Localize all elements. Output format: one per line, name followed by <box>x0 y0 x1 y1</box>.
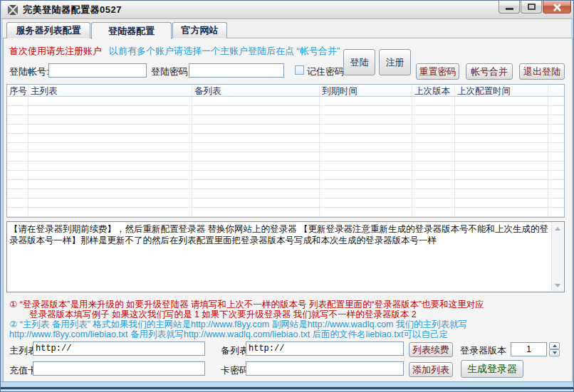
list-body <box>7 97 564 217</box>
table-row[interactable] <box>7 152 564 161</box>
table-row[interactable] <box>7 198 564 208</box>
table-row[interactable] <box>7 125 564 134</box>
top-notice: 首次使用请先注册账户以前有多个账户请选择一个主账户登陆后在点 “帐号合并” <box>9 45 340 58</box>
table-cell <box>455 115 548 124</box>
table-row[interactable] <box>7 143 564 152</box>
table-cell <box>455 171 548 179</box>
table-cell <box>548 189 564 198</box>
launcher-list-table[interactable]: 序号主列表备列表到期时间上次版本上次配置时间 <box>6 84 565 218</box>
arrow-down-icon <box>555 284 560 287</box>
tip-version-line2: 登录器版本填写例子 如果这次我们写的是 1 如果下次要升级登录器 我们就写不一样… <box>29 309 417 319</box>
remember-password-checkbox[interactable] <box>295 65 304 75</box>
tip-version-line1: ① “登录器版本”是用来升级的 如要升级登陆器 请填写和上次不一样的版本号 列表… <box>9 300 484 309</box>
column-header[interactable]: 序号 <box>7 85 28 96</box>
table-cell <box>455 143 548 152</box>
launcher-version-label: 登录器版本 <box>460 344 506 357</box>
table-cell <box>320 198 412 207</box>
table-row[interactable] <box>7 115 564 125</box>
column-header[interactable]: 上次配置时间 <box>455 85 548 96</box>
window-controls <box>499 1 571 14</box>
table-cell <box>192 115 320 124</box>
tip-list-line2: http://www.f8yy.com/liebiao.txt 备用列表就写ht… <box>9 329 448 339</box>
card-password-label: 卡密码 <box>221 364 249 377</box>
column-header[interactable]: 备列表 <box>192 85 320 96</box>
table-cell <box>455 180 548 189</box>
table-cell <box>412 180 455 189</box>
table-cell <box>548 97 564 105</box>
column-header[interactable] <box>548 85 564 96</box>
scrollbar[interactable] <box>551 223 563 291</box>
scroll-down-button[interactable] <box>552 280 563 291</box>
table-cell <box>7 189 28 198</box>
table-cell <box>192 125 320 133</box>
reset-password-button[interactable]: 重置密码 <box>416 63 459 80</box>
table-row[interactable] <box>7 161 564 171</box>
scroll-up-button[interactable] <box>552 223 563 234</box>
table-row[interactable] <box>7 208 564 217</box>
table-cell <box>320 97 412 105</box>
close-button[interactable] <box>543 1 571 14</box>
table-cell <box>28 161 192 170</box>
table-cell <box>28 97 192 105</box>
login-password-input[interactable] <box>189 63 284 78</box>
launcher-version-input[interactable] <box>511 342 547 356</box>
table-cell <box>28 189 192 198</box>
column-header[interactable]: 到期时间 <box>320 85 412 96</box>
merge-account-button[interactable]: 帐号合并 <box>466 63 513 80</box>
maximize-button[interactable] <box>521 1 542 14</box>
column-header[interactable]: 上次版本 <box>412 85 455 96</box>
announcement-box[interactable]: 【请在登录器到期前续费】，然后重新配置登录器 替换你网站上的登录器 【更新登录器… <box>6 221 565 292</box>
table-cell <box>455 152 548 161</box>
spinner-down-button[interactable] <box>549 349 560 356</box>
tab-launcher-config[interactable]: 登陆器配置 <box>91 22 172 39</box>
table-cell <box>192 97 320 105</box>
main-list-input[interactable] <box>33 341 205 356</box>
spinner-up-button[interactable] <box>549 342 560 349</box>
logout-button[interactable]: 退出登陆 <box>519 63 565 80</box>
table-row[interactable] <box>7 189 564 198</box>
close-icon <box>553 3 561 11</box>
table-cell <box>320 180 412 189</box>
table-cell <box>28 134 192 142</box>
column-header[interactable]: 主列表 <box>28 85 192 96</box>
tab-server-list-config[interactable]: 服务器列表配置 <box>6 22 90 38</box>
table-cell <box>548 208 564 216</box>
table-cell <box>412 115 455 124</box>
table-row[interactable] <box>7 171 564 180</box>
table-cell <box>28 180 192 189</box>
recharge-card-input[interactable] <box>33 361 205 376</box>
window-frame-bottom <box>1 381 573 391</box>
table-cell <box>7 208 28 216</box>
renew-list-button[interactable]: 列表续费 <box>409 342 453 357</box>
register-button[interactable]: 注册 <box>379 49 411 75</box>
card-password-input[interactable] <box>246 361 404 376</box>
login-button[interactable]: 登陆 <box>343 49 375 75</box>
login-account-input[interactable] <box>48 63 147 78</box>
login-account-label: 登陆帐号: <box>9 65 49 78</box>
table-cell <box>192 106 320 115</box>
spinner-down-icon <box>553 351 557 354</box>
app-window: 完美登陆器配置器0527 服务器列表配置 登陆器配置 官方网站 首次使用请先注册… <box>0 0 574 392</box>
tab-official-website[interactable]: 官方网站 <box>172 22 227 38</box>
backup-list-input[interactable] <box>246 341 404 356</box>
table-row[interactable] <box>7 106 564 115</box>
table-cell <box>455 106 548 115</box>
table-cell <box>548 106 564 115</box>
table-row[interactable] <box>7 134 564 143</box>
list-header: 序号主列表备列表到期时间上次版本上次配置时间 <box>7 85 564 97</box>
table-cell <box>192 180 320 189</box>
minimize-button[interactable] <box>499 1 520 14</box>
table-row[interactable] <box>7 97 564 106</box>
table-cell <box>28 115 192 124</box>
table-cell <box>455 198 548 207</box>
tip-list-line1: ② “主列表 备用列表” 格式如果我们的主网站是http://www.f8yy.… <box>9 319 467 329</box>
minimize-icon <box>506 8 513 10</box>
table-cell <box>192 143 320 152</box>
announcement-text: 【请在登录器到期前续费】，然后重新配置登录器 替换你网站上的登录器 【更新登录器… <box>9 223 550 246</box>
generate-launcher-button[interactable]: 生成登录器 <box>461 360 523 378</box>
add-list-button[interactable]: 添加列表 <box>409 362 453 377</box>
title-bar[interactable]: 完美登陆器配置器0527 <box>1 1 573 19</box>
table-cell <box>455 189 548 198</box>
table-cell <box>7 180 28 189</box>
table-row[interactable] <box>7 180 564 189</box>
